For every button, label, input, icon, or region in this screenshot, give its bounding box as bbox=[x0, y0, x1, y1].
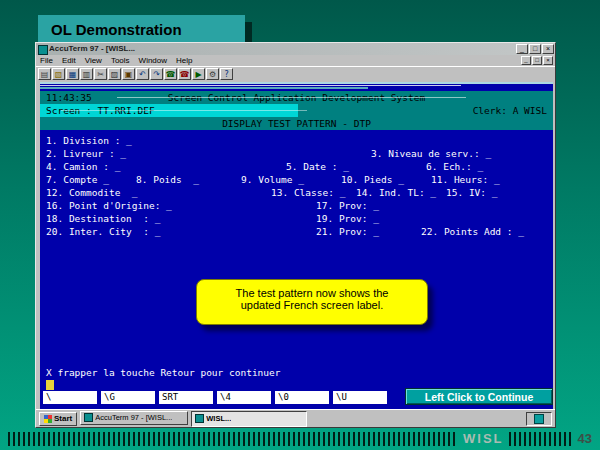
new-icon[interactable]: ▤ bbox=[38, 68, 51, 80]
terminal-field: 12. Commodite _ bbox=[46, 186, 138, 199]
terminal-field: 17. Prov: _ bbox=[316, 199, 379, 212]
mdi-minimize-icon[interactable]: _ bbox=[521, 56, 531, 65]
video-glitch-line bbox=[117, 97, 466, 98]
terminal-field: 7. Compte _ bbox=[46, 173, 109, 186]
video-glitch-line bbox=[40, 85, 461, 86]
mdi-restore-icon[interactable]: □ bbox=[532, 56, 542, 65]
terminal-cursor bbox=[46, 380, 54, 390]
terminal-field: 21. Prov: _ bbox=[316, 225, 379, 238]
annotation-callout: The test pattern now shows the updated F… bbox=[196, 279, 428, 325]
function-key-1[interactable]: \ bbox=[43, 391, 97, 404]
mdi-close-icon[interactable]: × bbox=[543, 56, 553, 65]
terminal-field: 2. Livreur : _ bbox=[46, 147, 126, 160]
terminal-field: 16. Point d'Origine: _ bbox=[46, 199, 172, 212]
menu-bar: FileEditViewToolsWindowHelp bbox=[36, 55, 555, 66]
barcode-bars bbox=[509, 432, 571, 446]
terminal-field: 5. Date : _ bbox=[286, 160, 349, 173]
connect-icon[interactable]: ☎ bbox=[164, 68, 177, 80]
menu-edit[interactable]: Edit bbox=[62, 55, 76, 66]
barcode-bars bbox=[8, 432, 458, 446]
paste-icon[interactable]: ▣ bbox=[122, 68, 135, 80]
start-button[interactable]: Start bbox=[39, 412, 77, 426]
terminal-field: 19. Prov: _ bbox=[316, 212, 379, 225]
disconnect-icon[interactable]: ☎ bbox=[178, 68, 191, 80]
terminal-field: 1. Division : _ bbox=[46, 134, 132, 147]
terminal-field: 13. Classe: _ bbox=[271, 186, 345, 199]
callout-line-1: The test pattern now shows the bbox=[197, 287, 427, 299]
function-key-5[interactable]: \0 bbox=[275, 391, 329, 404]
terminal-field: 8. Poids _ bbox=[136, 173, 199, 186]
task-label: AccuTerm 97 - [WISL... bbox=[95, 413, 172, 422]
terminal-field: 4. Camion : _ bbox=[46, 160, 120, 173]
windows-logo-icon bbox=[44, 415, 52, 423]
terminal-field: 14. Ind. TL: _ bbox=[356, 186, 436, 199]
terminal-field: 18. Destination : _ bbox=[46, 212, 160, 225]
terminal-field: 20. Inter. City : _ bbox=[46, 225, 160, 238]
toolbar: ▤▧▦▥✂▨▣↶↷☎☎▶⚙? bbox=[36, 66, 555, 82]
menu-view[interactable]: View bbox=[85, 55, 102, 66]
help-icon[interactable]: ? bbox=[220, 68, 233, 80]
continue-button[interactable]: Left Click to Continue bbox=[405, 388, 553, 405]
desktop-screenshot: AccuTerm 97 - [WISL... _ □ × FileEditVie… bbox=[35, 42, 556, 428]
cut-icon[interactable]: ✂ bbox=[94, 68, 107, 80]
run-icon[interactable]: ▶ bbox=[192, 68, 205, 80]
taskbar-tasks: AccuTerm 97 - [WISL...WISL... bbox=[80, 411, 307, 427]
window-controls: _ □ × bbox=[516, 44, 554, 54]
window-title: AccuTerm 97 - [WISL... bbox=[49, 43, 135, 55]
terminal-field: 15. IV: _ bbox=[446, 186, 497, 199]
undo-icon[interactable]: ↶ bbox=[136, 68, 149, 80]
footer-brand: WISL bbox=[463, 432, 504, 446]
page-number: 43 bbox=[578, 432, 592, 446]
function-key-2[interactable]: \G bbox=[101, 391, 155, 404]
minimize-icon[interactable]: _ bbox=[516, 44, 528, 54]
terminal-pattern-title: DISPLAY TEST PATTERN - DTP bbox=[40, 117, 553, 130]
print-icon[interactable]: ▥ bbox=[80, 68, 93, 80]
task-label: WISL... bbox=[206, 414, 231, 423]
app-icon bbox=[38, 45, 48, 55]
terminal-field: 11. Heurs: _ bbox=[431, 173, 500, 186]
menu-window[interactable]: Window bbox=[139, 55, 167, 66]
maximize-icon[interactable]: □ bbox=[529, 44, 541, 54]
terminal-field: 22. Points Add : _ bbox=[421, 225, 524, 238]
close-icon[interactable]: × bbox=[542, 44, 554, 54]
slide-title: OL Demonstration bbox=[38, 15, 245, 44]
function-key-4[interactable]: \4 bbox=[217, 391, 271, 404]
open-icon[interactable]: ▧ bbox=[52, 68, 65, 80]
save-icon[interactable]: ▦ bbox=[66, 68, 79, 80]
video-glitch-line bbox=[40, 82, 553, 84]
terminal-field: 6. Ech.: _ bbox=[426, 160, 483, 173]
start-label: Start bbox=[54, 414, 72, 423]
slide-background: OL Demonstration AccuTerm 97 - [WISL... … bbox=[0, 0, 600, 450]
copy-icon[interactable]: ▨ bbox=[108, 68, 121, 80]
taskbar: Start AccuTerm 97 - [WISL...WISL... bbox=[36, 409, 555, 427]
tray-icon bbox=[534, 414, 544, 424]
terminal-field: 9. Volume _ bbox=[241, 173, 304, 186]
video-glitch-line bbox=[40, 87, 368, 89]
terminal-field: 10. Pieds _ bbox=[341, 173, 404, 186]
clerk-label: Clerk: A WISL bbox=[473, 104, 547, 117]
window-titlebar[interactable]: AccuTerm 97 - [WISL... _ □ × bbox=[36, 43, 555, 55]
task-app-icon bbox=[84, 413, 93, 422]
function-key-6[interactable]: \U bbox=[333, 391, 387, 404]
taskbar-task-2[interactable]: WISL... bbox=[191, 411, 307, 427]
terminal-screen[interactable]: 11:43:35 Screen Control Application Deve… bbox=[40, 82, 553, 411]
video-glitch-line bbox=[61, 110, 307, 111]
menu-tools[interactable]: Tools bbox=[111, 55, 130, 66]
task-app-icon bbox=[195, 414, 204, 423]
callout-line-2: updated French screen label. bbox=[197, 299, 427, 311]
terminal-prompt: X frapper la touche Retour pour continue… bbox=[46, 367, 281, 378]
redo-icon[interactable]: ↷ bbox=[150, 68, 163, 80]
footer-barcode: WISL 43 bbox=[8, 432, 592, 446]
menu-help[interactable]: Help bbox=[176, 55, 192, 66]
system-tray[interactable] bbox=[526, 412, 552, 426]
mdi-window-controls: _ □ × bbox=[521, 56, 553, 65]
terminal-time: 11:43:35 bbox=[46, 91, 92, 104]
function-key-3[interactable]: SRT bbox=[159, 391, 213, 404]
terminal-field: 3. Niveau de serv.: _ bbox=[371, 147, 491, 160]
taskbar-task-1[interactable]: AccuTerm 97 - [WISL... bbox=[80, 411, 188, 425]
menu-file[interactable]: File bbox=[40, 55, 53, 66]
settings-icon[interactable]: ⚙ bbox=[206, 68, 219, 80]
